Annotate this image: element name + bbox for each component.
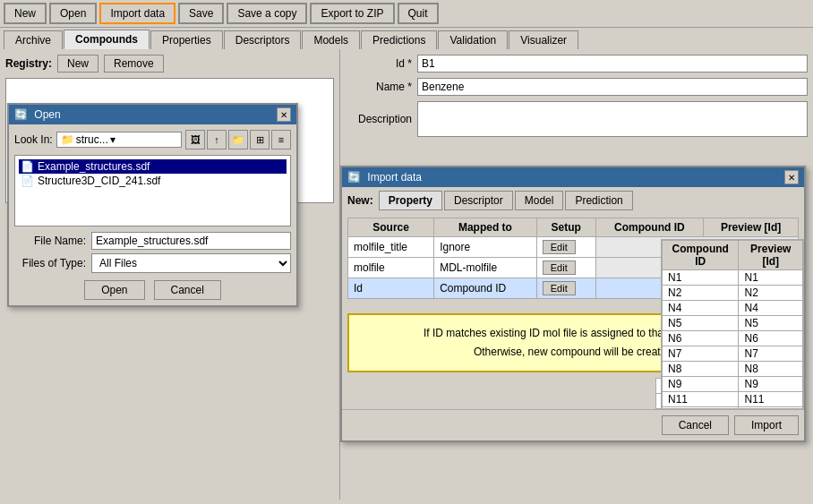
open-button[interactable]: Open	[49, 3, 97, 24]
open-dialog-buttons: Open Cancel	[14, 280, 291, 300]
edit-btn-0[interactable]: Edit	[543, 240, 576, 254]
cid-cell: N1	[663, 270, 739, 286]
table-row: N8N8	[663, 362, 803, 377]
import-confirm-button[interactable]: Import	[734, 415, 799, 435]
file-icon-0: 📄	[21, 160, 34, 173]
registry-remove-button[interactable]: Remove	[104, 55, 164, 73]
icon-btn-3[interactable]: 📁	[228, 130, 248, 149]
cid-cell: N8	[663, 362, 739, 377]
tab-visualizer[interactable]: Visualizer	[509, 30, 578, 49]
icon-btn-1[interactable]: 🖼	[185, 130, 205, 149]
desc-label: Description	[346, 113, 417, 125]
name-input[interactable]	[417, 78, 808, 96]
file-item-0[interactable]: 📄 Example_structures.sdf	[19, 159, 287, 174]
cid-table: Compound ID Preview [Id] N1N1N2N2N4N4N5N…	[662, 240, 803, 409]
export-zip-button[interactable]: Export to ZIP	[310, 3, 394, 24]
import-dialog-titlebar: 🔄 Import data ✕	[342, 167, 804, 187]
tab-compounds[interactable]: Compounds	[64, 30, 150, 49]
preview-cell: N12	[739, 407, 803, 410]
lookin-icons: 🖼 ↑ 📁 ⊞ ≡	[185, 130, 291, 149]
preview-cell: N8	[739, 362, 803, 377]
import-data-button[interactable]: Import data	[99, 3, 175, 24]
tab-descriptors[interactable]: Descriptors	[224, 30, 302, 49]
import-cancel-button[interactable]: Cancel	[662, 415, 729, 435]
registry-bar: Registry: New Remove	[5, 55, 334, 73]
icon-btn-4[interactable]: ⊞	[250, 130, 270, 149]
new-tabs-row: New: Property Descriptor Model Predictio…	[342, 187, 804, 214]
file-list[interactable]: 📄 Example_structures.sdf 📄 Structure3D_C…	[14, 155, 291, 226]
tab-predictions[interactable]: Predictions	[361, 30, 437, 49]
open-dialog-body: Look In: 📁 struc... ▾ 🖼 ↑ 📁 ⊞ ≡ 📄 Exa	[9, 124, 296, 305]
import-tab-model[interactable]: Model	[515, 191, 564, 210]
col-mapped: Mapped to	[434, 218, 537, 237]
import-tab-descriptor[interactable]: Descriptor	[444, 191, 513, 210]
tab-models[interactable]: Models	[302, 30, 360, 49]
toolbar: New Open Import data Save Save a copy Ex…	[0, 0, 813, 28]
table-row: N1N1	[663, 270, 803, 286]
icon-btn-2[interactable]: ↑	[207, 130, 227, 149]
lookin-label: Look In:	[14, 133, 53, 146]
filename-input[interactable]	[91, 232, 291, 250]
import-dialog: 🔄 Import data ✕ New: Property Descriptor…	[340, 166, 806, 442]
file-item-1[interactable]: 📄 Structure3D_CID_241.sdf	[19, 174, 287, 188]
cid-cell: N5	[663, 316, 739, 331]
filetype-select[interactable]: All Files	[91, 253, 291, 273]
filename-label: File Name:	[14, 235, 86, 247]
save-button[interactable]: Save	[178, 3, 224, 24]
edit-btn-2[interactable]: Edit	[543, 281, 576, 295]
registry-new-button[interactable]: New	[57, 55, 98, 73]
table-row: N12N12	[663, 407, 803, 410]
desc-input[interactable]	[417, 101, 808, 137]
name-field-row: Name *	[346, 78, 808, 96]
filetype-row: Files of Type: All Files	[14, 253, 291, 273]
icon-btn-5[interactable]: ≡	[271, 130, 291, 149]
lookin-value: struc...	[76, 133, 108, 146]
edit-btn-1[interactable]: Edit	[543, 261, 576, 275]
lookin-combo[interactable]: 📁 struc... ▾	[56, 132, 182, 148]
import-actions: Cancel Import	[342, 409, 804, 440]
table-row: N9N9	[663, 377, 803, 392]
table-row: N5N5	[663, 316, 803, 331]
import-tab-property[interactable]: Property	[379, 191, 442, 210]
file-icon-1: 📄	[21, 175, 34, 187]
import-tab-prediction[interactable]: Prediction	[565, 191, 632, 210]
preview-cell: N11	[739, 392, 803, 407]
folder-icon: 📁	[61, 133, 74, 146]
save-copy-button[interactable]: Save a copy	[227, 3, 307, 24]
preview-col-header: Preview [Id]	[739, 241, 803, 270]
setup-2: Edit	[536, 278, 595, 299]
open-confirm-button[interactable]: Open	[84, 280, 144, 300]
source-1: molfile	[348, 258, 434, 278]
mapped-2: Compound ID	[434, 278, 537, 299]
new-label: New:	[347, 194, 373, 207]
tab-validation[interactable]: Validation	[438, 30, 508, 49]
tab-archive[interactable]: Archive	[4, 30, 63, 49]
table-row: N2N2	[663, 286, 803, 301]
registry-label: Registry:	[5, 57, 52, 70]
col-source: Source	[348, 218, 434, 237]
id-input[interactable]	[417, 55, 808, 73]
cid-col-header: Compound ID	[663, 241, 739, 270]
cid-cell: N7	[663, 346, 739, 362]
id-label: Id *	[346, 57, 417, 70]
open-dialog: 🔄 Open ✕ Look In: 📁 struc... ▾ 🖼 ↑ 📁 ⊞ ≡	[7, 103, 298, 307]
setup-0: Edit	[536, 237, 595, 258]
table-row: N11N11	[663, 392, 803, 407]
col-setup: Setup	[536, 218, 595, 237]
open-cancel-button[interactable]: Cancel	[154, 280, 221, 300]
dropdown-icon: ▾	[110, 133, 116, 146]
preview-cell: N2	[739, 286, 803, 301]
cid-table-area: Compound ID Preview [Id] N1N1N2N2N4N4N5N…	[661, 239, 804, 409]
cid-cell: N11	[663, 392, 739, 407]
quit-button[interactable]: Quit	[398, 3, 439, 24]
filename-row: File Name:	[14, 232, 291, 250]
mapped-1: MDL-molfile	[434, 258, 537, 278]
tab-properties[interactable]: Properties	[150, 30, 223, 49]
open-dialog-close[interactable]: ✕	[277, 107, 291, 122]
file-name-0: Example_structures.sdf	[38, 160, 150, 173]
preview-cell: N4	[739, 301, 803, 316]
import-dialog-close[interactable]: ✕	[784, 170, 799, 184]
new-button[interactable]: New	[4, 3, 47, 24]
table-row: N7N7	[663, 346, 803, 362]
preview-cell: N9	[739, 377, 803, 392]
